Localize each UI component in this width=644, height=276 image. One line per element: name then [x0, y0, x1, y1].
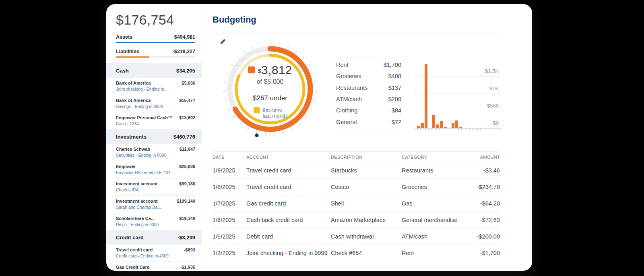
gauge-center-divider [244, 90, 297, 90]
category-row-rent[interactable]: Rent $1,700 [336, 59, 401, 71]
transaction-row[interactable]: 1/9/2025 Travel credit card Starbucks Re… [213, 162, 500, 178]
tx-amount: -$1,700 [477, 250, 500, 256]
category-amount: $408 [388, 73, 401, 79]
chart-gridline [415, 59, 501, 59]
liabilities-bar [116, 56, 149, 58]
tx-account: Travel credit card [246, 167, 331, 174]
chart-bar-day-5 [432, 115, 435, 128]
section-header-investments[interactable]: Investments $460,776 [106, 129, 202, 144]
transaction-row[interactable]: 1/6/2025 Cash back credit card Amazon Ma… [213, 212, 500, 228]
account-name: Scholarshare Ca... [116, 216, 155, 221]
category-label: Groceries [336, 73, 361, 79]
section-label: Credit card [116, 234, 144, 241]
tx-date: 1/7/2025 [213, 200, 246, 207]
account-item-empower-personal-cash[interactable]: Empower Personal Cash™ $13,692 Cash - 12… [116, 112, 195, 129]
edit-budget-icon[interactable] [220, 39, 226, 45]
account-balance: -$1,935 [180, 265, 195, 270]
section-label: Cash [116, 68, 129, 74]
tx-category: Gas [402, 200, 477, 207]
account-item-investment-account[interactable]: Investment account $109,140 Sarah and Ch… [116, 195, 195, 213]
category-label: ATM/cash [336, 96, 362, 102]
account-balance: $99,180 [179, 181, 195, 186]
section-total: -$3,209 [178, 234, 195, 241]
section-total: $34,205 [176, 68, 195, 74]
account-detail: Credit card - Ending in 4369 [116, 253, 195, 258]
tx-description: Shell [331, 200, 402, 207]
chart-bar-day-10 [452, 123, 454, 128]
spent-amount: $3,812 [258, 63, 292, 77]
chart-x-ticks [415, 129, 501, 131]
account-detail: Securities - Ending in 0000 [116, 153, 195, 158]
account-item-empower[interactable]: Empower $25,036 Empower Retirement Llc 4… [116, 161, 195, 178]
category-row-restaurants[interactable]: Restaurants $137 [336, 82, 401, 93]
tx-amount: -$200.00 [477, 233, 500, 240]
tx-account: Joint checking - Ending in 9999 [246, 250, 331, 256]
section-header-credit-card[interactable]: Credit card -$3,209 [106, 230, 202, 245]
tx-category: Groceries [402, 184, 477, 190]
chart-bar-day-11 [455, 120, 458, 128]
category-amount: $72 [392, 119, 401, 125]
budget-gauge-center: $3,812 of $5,000 $267 under this time [220, 39, 320, 139]
tx-category: General merchandise [402, 217, 477, 223]
tx-description: Check #654 [331, 250, 402, 256]
assets-row: Assets $494,981 [116, 34, 195, 43]
tx-description: Amazon Marketplace [331, 217, 402, 223]
budget-widgets: $3,812 of $5,000 $267 under this time [213, 33, 500, 151]
chart-bar-day-7 [440, 121, 443, 128]
tx-date: 1/3/2025 [213, 250, 246, 256]
chart-ylabel: $1K [489, 85, 499, 91]
chart-ylabel: $1.5K [485, 68, 499, 74]
tx-category: Restaurants [402, 167, 477, 174]
account-name: Empower [116, 164, 136, 169]
category-amount: $200 [388, 96, 401, 102]
transaction-row[interactable]: 1/8/2025 Travel credit card Costco Groce… [213, 178, 500, 195]
account-name: Empower Personal Cash™ [116, 115, 172, 120]
budget-gauge: $3,812 of $5,000 $267 under this time [220, 39, 320, 139]
daily-spend-chart: $1.5K$1K$500$0 [415, 59, 497, 128]
column-header-account: ACCOUNT [246, 155, 331, 160]
chart-ylabel: $500 [487, 103, 499, 109]
chart-bar-day-3 [425, 64, 427, 128]
tx-date: 1/9/2025 [213, 167, 246, 174]
transaction-row[interactable]: 1/3/2025 Joint checking - Ending in 9999… [213, 245, 500, 261]
account-item-investment-account[interactable]: Investment account $99,180 Charles IRA [116, 178, 195, 195]
account-item-charles-schwab[interactable]: Charles Schwab $11,047 Securities - Endi… [116, 144, 195, 161]
net-worth-value: $176,754 [116, 12, 195, 28]
account-item-bank-of-america[interactable]: Bank of America $15,477 Savings - Ending… [116, 95, 195, 112]
section-label: Investments [116, 134, 147, 140]
column-header-category: CATEGORY [402, 155, 477, 160]
account-item-scholarshare-ca[interactable]: Scholarshare Ca... $19,140 Devin - Endin… [116, 213, 195, 230]
page-title: Budgeting [213, 15, 500, 25]
section-header-cash[interactable]: Cash $34,205 [106, 63, 202, 78]
assets-value: $494,981 [174, 34, 195, 40]
section-total: $460,776 [173, 134, 195, 140]
account-detail: Savings - Ending in 0000 [116, 104, 195, 109]
tx-category: ATM/cash [402, 233, 477, 240]
column-header-description: DESCRIPTION [331, 155, 402, 160]
category-row-atm-cash[interactable]: ATM/cash $200 [336, 93, 401, 105]
category-amount: $1,700 [384, 62, 401, 68]
transaction-row[interactable]: 1/6/2025 Debit card Cash withdrawal ATM/… [213, 228, 500, 245]
account-detail: Sarah and Charles Ba... [116, 205, 195, 210]
account-detail: Joint checking - Ending in... [116, 87, 195, 91]
chart-gridline [415, 93, 501, 94]
account-name: Charles Schwab [116, 147, 150, 151]
category-row-groceries[interactable]: Groceries $408 [336, 71, 401, 82]
tx-date: 1/6/2025 [213, 233, 246, 240]
account-item-gas-credit-card[interactable]: Gas Credit Card -$1,935 Credit card - En… [116, 261, 195, 271]
category-row-clothing[interactable]: Clothing $84 [336, 105, 401, 116]
account-detail: Devin - Ending in 0000 [116, 222, 195, 227]
account-sections: Cash $34,205 Bank of America $5,036 Join… [116, 63, 195, 271]
account-item-bank-of-america[interactable]: Bank of America $5,036 Joint checking - … [116, 78, 195, 95]
account-item-travel-credit-card[interactable]: Travel credit card -$893 Credit card - E… [116, 245, 195, 261]
tx-amount: -$64.20 [477, 200, 500, 207]
account-name: Bank of America [116, 98, 151, 103]
account-balance: $11,047 [180, 147, 195, 151]
account-balance: $19,140 [179, 216, 195, 221]
transaction-row[interactable]: 1/7/2025 Gas credit card Shell Gas -$64.… [213, 195, 500, 212]
assets-bar-track [116, 42, 195, 43]
assets-bar [116, 42, 195, 43]
category-row-general[interactable]: General $72 [336, 116, 401, 127]
tx-date: 1/6/2025 [213, 217, 246, 223]
tx-account: Gas credit card [246, 200, 331, 207]
